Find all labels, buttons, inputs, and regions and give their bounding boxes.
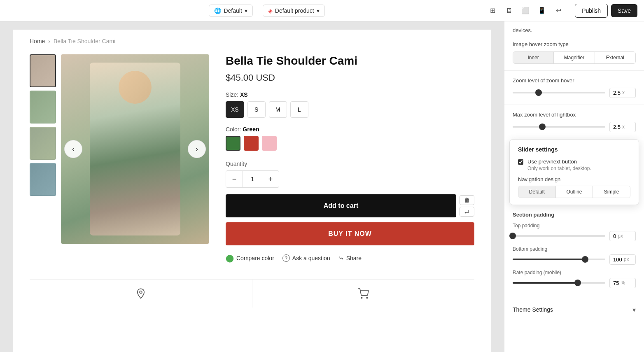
question-icon: ? [282,254,290,262]
zoom-external-btn[interactable]: External [595,52,635,63]
color-red[interactable] [244,136,259,151]
panel-top-text: devices. [504,21,644,35]
breadcrumb-separator: › [48,38,50,44]
bottom-padding-label: Bottom padding [513,246,636,252]
compare-color-link[interactable]: ⬤ Compare color [226,254,274,263]
bottom-padding-thumb[interactable] [582,256,588,263]
zoom-level-value: 2.5 x [609,88,636,98]
svg-point-1 [362,297,362,298]
thumbnail-4[interactable] [30,163,56,196]
zoom-magnifier-btn[interactable]: Magnifier [554,52,595,63]
mobile-icon[interactable]: 📱 [535,4,548,17]
max-zoom-thumb[interactable] [539,124,546,130]
size-s[interactable]: S [247,101,266,118]
save-button[interactable]: Save [611,4,637,17]
quantity-control: − + [226,170,279,188]
size-l[interactable]: L [290,101,308,118]
top-padding-value: 0 px [609,231,636,241]
product-info: Bella Tie Shoulder Cami $45.00 USD Size:… [226,54,474,263]
top-padding-thumb[interactable] [509,233,516,239]
quantity-input[interactable] [243,171,262,187]
rate-padding-label: Rate padding (mobile) [513,270,636,275]
theme-settings-label: Theme Settings [513,306,553,313]
prev-next-checkbox[interactable] [518,159,523,165]
nav-outline-btn[interactable]: Outline [556,186,593,198]
default-product-dropdown[interactable]: ◈ Default product ▾ [263,5,325,17]
color-pink[interactable] [262,136,277,151]
zoom-type-section: Image hover zoom type Inner Magnifier Ex… [504,35,644,71]
rate-padding-item: Rate padding (mobile) 75 % [513,270,636,288]
header-right: ⊞ 🖥 ⬜ 📱 ↩ Publish Save [486,4,637,18]
top-padding-track[interactable] [513,235,605,237]
checkbox-label: Use prev/next button [527,159,591,165]
checkbox-sublabel: Only work on tablet, desktop. [527,166,591,171]
share-icon: ⤷ [338,254,344,262]
quantity-increase[interactable]: + [262,171,279,187]
product-page: Home › Bella Tie Shoulder Cami [13,30,491,352]
quantity-label: Quantity [226,161,474,167]
prev-image-button[interactable]: ‹ [64,140,82,158]
max-zoom-track[interactable] [513,126,605,128]
zoom-inner-btn[interactable]: Inner [513,52,554,63]
rate-padding-track[interactable] [513,282,605,284]
default-dropdown[interactable]: 🌐 Default ▾ [209,5,252,17]
breadcrumb-home[interactable]: Home [30,38,45,44]
breadcrumb: Home › Bella Tie Shoulder Cami [30,38,474,44]
theme-settings-bar[interactable]: Theme Settings ▾ [504,300,644,319]
max-zoom-slider-row: 2.5 x [513,122,636,132]
undo-icon[interactable]: ↩ [552,4,565,17]
header: 🌐 Default ▾ ◈ Default product ▾ ⊞ 🖥 ⬜ 📱 … [0,0,644,21]
color-green[interactable] [226,136,240,151]
section-padding: Section padding Top padding 0 px Bottom … [504,205,644,300]
rate-padding-thumb[interactable] [574,280,581,286]
remove-section-button[interactable]: 🗑 [460,195,474,205]
publish-button[interactable]: Publish [575,4,608,18]
thumbnail-1[interactable] [30,54,56,87]
globe-label: Default [224,7,242,14]
rate-padding-value: 75 % [609,278,636,288]
zoom-level-track[interactable] [513,92,605,93]
color-label: Color: Green [226,126,474,133]
cart-extra-buttons: 🗑 ⇄ [460,195,474,217]
desktop-icon[interactable]: 🖥 [502,4,516,17]
thumbnail-list [30,54,56,263]
bottom-icons-row [30,279,474,308]
next-image-button[interactable]: › [188,140,206,158]
quantity-decrease[interactable]: − [226,171,243,187]
product-price: $45.00 USD [226,72,474,83]
add-to-cart-row: Add to cart 🗑 ⇄ [226,194,474,217]
top-padding-label: Top padding [513,223,636,228]
add-to-cart-button[interactable]: Add to cart [226,194,456,217]
share-link[interactable]: ⤷ Share [338,254,362,262]
bottom-icon-1 [30,280,252,308]
thumbnail-3[interactable] [30,127,56,160]
size-label: Size: XS [226,91,474,98]
swap-button[interactable]: ⇄ [460,207,474,217]
canvas-area: Home › Bella Tie Shoulder Cami [0,21,504,352]
bottom-icon-2 [252,280,475,308]
section-padding-title: Section padding [513,212,636,218]
buy-now-button[interactable]: BUY IT NOW [226,222,474,245]
thumbnail-2[interactable] [30,91,56,124]
chevron-down-icon3: ▾ [632,306,636,314]
right-panel: devices. Image hover zoom type Inner Mag… [504,21,644,352]
devices-icon[interactable]: ⊞ [486,4,499,17]
zoom-level-thumb[interactable] [535,89,542,96]
bottom-padding-track[interactable] [513,259,605,260]
bottom-padding-value: 100 px [609,254,636,265]
size-m[interactable]: M [269,101,287,118]
nav-simple-btn[interactable]: Simple [593,186,630,198]
zoom-type-control: Inner Magnifier External [513,51,636,64]
compare-icon: ⬤ [226,254,234,263]
tablet-icon[interactable]: ⬜ [519,4,532,17]
max-zoom-section: Max zoom level of lightbox 2.5 x [504,105,644,139]
max-zoom-label: Max zoom level of lightbox [513,112,636,118]
svg-point-0 [140,291,142,294]
size-xs[interactable]: XS [226,101,244,118]
slider-settings-popup: Slider settings Use prev/next button Onl… [509,139,639,205]
zoom-level-label: Zoom level of zoom hover [513,77,636,84]
prev-next-checkbox-row: Use prev/next button Only work on tablet… [518,159,630,171]
ask-question-link[interactable]: ? Ask a question [282,254,330,262]
bottom-padding-slider-row: 100 px [513,254,636,265]
nav-default-btn[interactable]: Default [518,186,556,198]
